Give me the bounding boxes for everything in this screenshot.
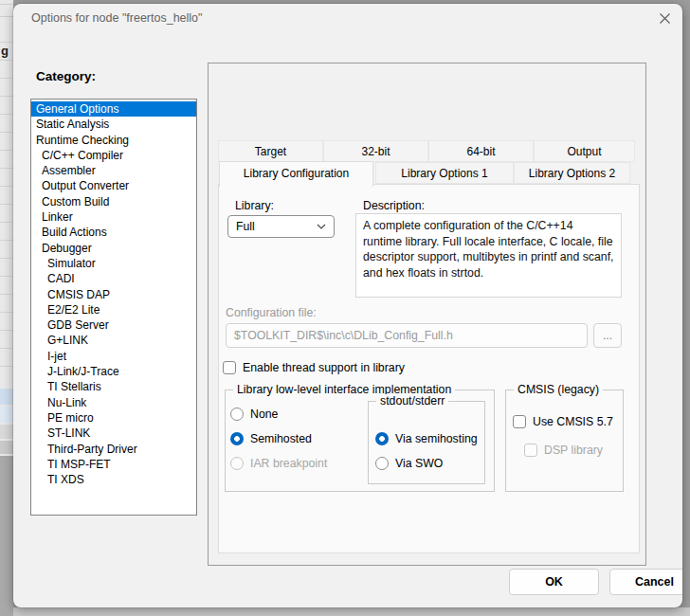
library-dropdown-value: Full <box>236 220 255 233</box>
category-item-runtime-checking[interactable]: Runtime Checking <box>31 133 196 148</box>
radio-icon <box>375 457 389 470</box>
category-item-cadi[interactable]: CADI <box>31 271 196 286</box>
radio-via-swo[interactable]: Via SWO <box>375 456 443 471</box>
chevron-down-icon <box>317 224 326 229</box>
radio-semihosted-label: Semihosted <box>250 432 312 445</box>
radio-via-semihosting-label: Via semihosting <box>395 432 478 445</box>
category-item-jlink[interactable]: J-Link/J-Trace <box>31 364 196 379</box>
ok-button[interactable]: OK <box>509 569 599 595</box>
category-item-simulator[interactable]: Simulator <box>31 256 196 271</box>
radio-iar-breakpoint-label: IAR breakpoint <box>250 457 327 470</box>
tab-target[interactable]: Target <box>218 140 323 162</box>
title-bar[interactable]: Options for node "freertos_hello" <box>13 4 682 32</box>
dsp-library-checkbox: DSP library <box>524 443 603 458</box>
category-item-custom-build[interactable]: Custom Build <box>31 194 196 209</box>
tab-64bit[interactable]: 64-bit <box>428 140 534 162</box>
cmsis-legacy-group: CMSIS (legacy) <box>505 390 624 492</box>
dialog-title: Options for node "freertos_hello" <box>31 11 203 25</box>
radio-via-swo-label: Via SWO <box>395 457 443 470</box>
background-partial-text: g <box>1 44 9 58</box>
use-cmsis-checkbox[interactable]: Use CMSIS 5.7 <box>513 414 613 429</box>
category-item-ti-xds[interactable]: TI XDS <box>31 472 196 487</box>
description-label: Description: <box>363 199 425 212</box>
category-item-glink[interactable]: G+LINK <box>31 333 196 348</box>
radio-semihosted[interactable]: Semihosted <box>230 431 312 446</box>
cancel-button[interactable]: Cancel <box>609 569 682 595</box>
category-item-ti-msp-fet[interactable]: TI MSP-FET <box>31 457 196 472</box>
close-icon <box>659 12 671 25</box>
radio-icon <box>230 408 244 421</box>
configuration-file-label: Configuration file: <box>226 306 317 319</box>
category-item-st-link[interactable]: ST-LINK <box>31 426 196 441</box>
close-button[interactable] <box>650 7 679 29</box>
options-dialog: Options for node "freertos_hello" Catego… <box>13 4 682 607</box>
category-item-pe-micro[interactable]: PE micro <box>31 410 196 426</box>
checkbox-icon <box>223 361 236 374</box>
category-label: Category: <box>36 69 96 83</box>
dsp-library-label: DSP library <box>544 444 603 457</box>
radio-via-semihosting[interactable]: Via semihosting <box>375 431 478 446</box>
category-item-gdb-server[interactable]: GDB Server <box>31 317 196 333</box>
category-item-output-converter[interactable]: Output Converter <box>31 178 196 193</box>
stdout-stderr-group-title: stdout/stderr <box>376 394 448 408</box>
radio-checked-icon <box>375 432 389 445</box>
tab-library-options-1[interactable]: Library Options 1 <box>375 162 514 184</box>
tab-library-configuration[interactable]: Library Configuration <box>219 161 373 187</box>
category-list: General Options Static Analysis Runtime … <box>30 99 197 516</box>
radio-checked-icon <box>230 432 244 445</box>
thread-support-checkbox[interactable]: Enable thread support in library <box>223 360 405 375</box>
radio-none[interactable]: None <box>230 407 278 422</box>
category-item-nu-link[interactable]: Nu-Link <box>31 395 196 410</box>
category-item-third-party[interactable]: Third-Party Driver <box>31 442 196 457</box>
background-bottom-area <box>13 607 690 616</box>
cmsis-group-title: CMSIS (legacy) <box>514 383 603 396</box>
background-window-edge: g <box>0 0 13 616</box>
category-item-compiler[interactable]: C/C++ Compiler <box>31 148 196 163</box>
category-item-cmsis-dap[interactable]: CMSIS DAP <box>31 287 196 302</box>
configuration-file-field: $TOOLKIT_DIR$\inc\c\DLib_Config_Full.h <box>226 323 588 348</box>
tab-library-options-2[interactable]: Library Options 2 <box>514 162 630 184</box>
category-item-ti-stellaris[interactable]: TI Stellaris <box>31 379 196 394</box>
category-item-static-analysis[interactable]: Static Analysis <box>31 117 196 132</box>
library-dropdown[interactable]: Full <box>227 215 335 238</box>
tab-output[interactable]: Output <box>534 140 635 162</box>
description-box: A complete configuration of the C/C++14 … <box>355 213 622 298</box>
browse-button[interactable]: ... <box>593 323 622 348</box>
category-item-linker[interactable]: Linker <box>31 209 196 225</box>
radio-none-label: None <box>250 408 278 421</box>
category-item-e2-lite[interactable]: E2/E2 Lite <box>31 302 196 317</box>
library-label: Library: <box>235 199 274 212</box>
category-item-assembler[interactable]: Assembler <box>31 163 196 178</box>
tab-32bit[interactable]: 32-bit <box>323 140 428 162</box>
category-item-general-options[interactable]: General Options <box>31 101 196 117</box>
category-item-ijet[interactable]: I-jet <box>31 349 196 364</box>
thread-support-label: Enable thread support in library <box>243 361 405 374</box>
category-item-debugger[interactable]: Debugger <box>31 241 196 256</box>
checkbox-disabled-icon <box>524 444 537 457</box>
radio-disabled-icon <box>230 457 244 470</box>
checkbox-icon <box>513 415 526 428</box>
use-cmsis-label: Use CMSIS 5.7 <box>533 415 613 428</box>
category-item-build-actions[interactable]: Build Actions <box>31 225 196 240</box>
radio-iar-breakpoint: IAR breakpoint <box>230 456 327 471</box>
